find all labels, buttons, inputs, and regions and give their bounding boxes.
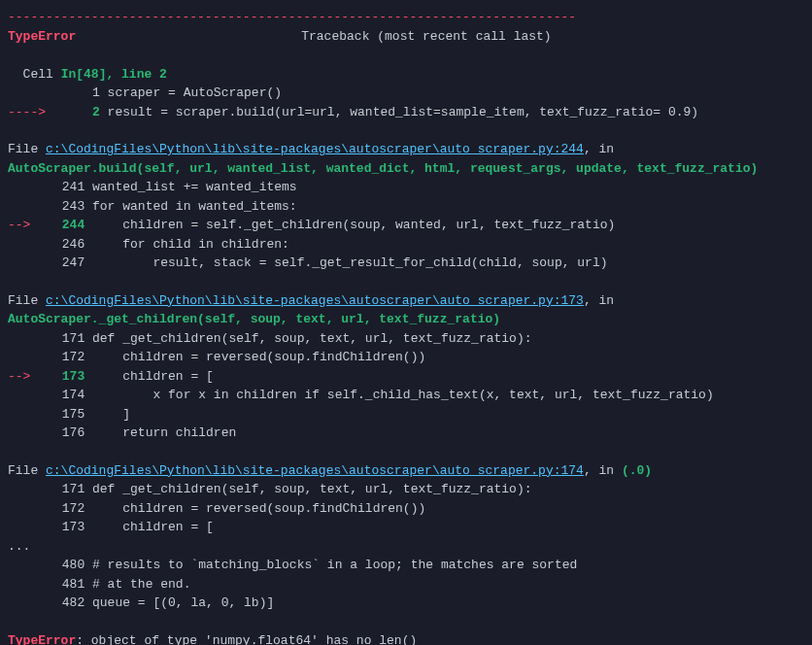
- code-text: queue = [(0, la, 0, lb)]: [85, 595, 274, 610]
- line-number: 171: [38, 329, 85, 349]
- code-line: ----> 2 result = scraper.build(url=url, …: [8, 103, 804, 122]
- code-text: ]: [85, 407, 130, 422]
- line-number: 173: [38, 518, 85, 537]
- code-line: 241 wanted_list += wanted_items: [8, 178, 804, 197]
- code-text: def _get_children(self, soup, text, url,…: [85, 482, 531, 496]
- code-line: 243 for wanted in wanted_items:: [8, 197, 804, 217]
- arrow-indent: [8, 237, 38, 252]
- code-line: 481 # at the end.: [8, 575, 804, 594]
- file-link[interactable]: c:\CodingFiles\Python\lib\site-packages\…: [46, 142, 584, 156]
- code-line: 171 def _get_children(self, soup, text, …: [8, 329, 804, 349]
- arrow-indent: [8, 595, 38, 610]
- line-number: 1: [53, 84, 100, 103]
- arrow-indent: [8, 501, 38, 516]
- signature-text: (.0): [622, 463, 652, 478]
- line-number: 171: [38, 480, 85, 499]
- code-line: 246 for child in children:: [8, 235, 804, 255]
- code-line: 175 ]: [8, 405, 804, 424]
- line-number: 172: [38, 499, 85, 519]
- arrow-indent: [8, 425, 38, 440]
- code-line: 173 children = [: [8, 518, 804, 537]
- line-number: 175: [38, 405, 85, 424]
- code-text: result, stack = self._get_result_for_chi…: [85, 255, 607, 270]
- cell-prefix: Cell: [23, 67, 61, 82]
- code-text: def _get_children(self, soup, text, url,…: [85, 331, 531, 346]
- error-header: TypeError Traceback (most recent call la…: [8, 27, 804, 47]
- arrow-indent: ---->: [8, 105, 53, 119]
- code-text: children = reversed(soup.findChildren()): [85, 501, 425, 516]
- line-number: 174: [38, 386, 85, 405]
- signature: AutoScraper._get_children(self, soup, te…: [8, 310, 804, 329]
- code-text: children = reversed(soup.findChildren()): [85, 350, 425, 364]
- line-number: 482: [38, 594, 85, 613]
- arrow-indent: [8, 482, 38, 496]
- line-number: 246: [38, 235, 85, 255]
- code-line: 171 def _get_children(self, soup, text, …: [8, 480, 804, 499]
- code-line: 482 queue = [(0, la, 0, lb)]: [8, 594, 804, 613]
- code-text: result = scraper.build(url=url, wanted_l…: [100, 105, 698, 119]
- signature-text: AutoScraper._get_children(self, soup, te…: [8, 312, 500, 326]
- code-text: children = [: [85, 520, 214, 534]
- code-line: 172 children = reversed(soup.findChildre…: [8, 348, 804, 367]
- code-text: return children: [85, 425, 236, 440]
- file-link[interactable]: c:\CodingFiles\Python\lib\site-packages\…: [46, 463, 584, 478]
- code-text: # at the end.: [85, 577, 190, 592]
- line-number: 244: [38, 216, 85, 235]
- line-number: 172: [38, 348, 85, 367]
- arrow-indent: [8, 520, 38, 534]
- line-number: 173: [38, 367, 85, 387]
- arrow-indent: [8, 199, 38, 214]
- code-line: 247 result, stack = self._get_result_for…: [8, 254, 804, 273]
- line-number: 2: [53, 103, 100, 122]
- file-prefix: File: [8, 293, 46, 308]
- file-link[interactable]: c:\CodingFiles\Python\lib\site-packages\…: [46, 293, 584, 308]
- arrow-indent: -->: [8, 218, 38, 232]
- file-header: File c:\CodingFiles\Python\lib\site-pack…: [8, 291, 804, 311]
- file-header: File c:\CodingFiles\Python\lib\site-pack…: [8, 461, 804, 481]
- error-message: : object of type 'numpy.float64' has no …: [76, 633, 417, 646]
- code-line: 1 scraper = AutoScraper(): [8, 84, 804, 103]
- code-line: 174 x for x in children if self._child_h…: [8, 386, 804, 405]
- arrow-indent: [8, 407, 38, 422]
- cell-header: Cell In[48], line 2: [8, 46, 804, 84]
- code-text: x for x in children if self._child_has_t…: [85, 388, 714, 402]
- signature: AutoScraper.build(self, url, wanted_list…: [8, 159, 804, 179]
- line-number: 247: [38, 254, 85, 273]
- line-number: 243: [38, 197, 85, 217]
- code-text: children = [: [85, 369, 214, 384]
- file-prefix: File: [8, 142, 46, 156]
- code-text: for wanted in wanted_items:: [85, 199, 296, 214]
- arrow-indent: [8, 85, 53, 100]
- traceback-label: Traceback (most recent call last): [301, 27, 551, 47]
- code-text: for child in children:: [85, 237, 289, 252]
- line-number: 480: [38, 556, 85, 575]
- error-footer: TypeError: object of type 'numpy.float64…: [8, 631, 804, 646]
- in-suffix: , in: [584, 142, 614, 156]
- arrow-indent: [8, 255, 38, 270]
- line-label: line 2: [121, 67, 167, 82]
- separator-line: ----------------------------------------…: [8, 8, 804, 27]
- file-prefix: File: [8, 463, 46, 478]
- in-label: In[48]: [61, 67, 107, 82]
- code-line: --> 173 children = [: [8, 367, 804, 387]
- ellipsis: ...: [8, 537, 804, 557]
- error-type: TypeError: [8, 633, 76, 646]
- arrow-indent: [8, 350, 38, 364]
- ellipsis-text: ...: [8, 539, 30, 554]
- arrow-indent: [8, 577, 38, 592]
- file-header: File c:\CodingFiles\Python\lib\site-pack…: [8, 140, 804, 159]
- error-type: TypeError: [8, 27, 76, 47]
- signature-text: AutoScraper.build(self, url, wanted_list…: [8, 161, 758, 176]
- code-line: 176 return children: [8, 424, 804, 443]
- arrow-indent: [8, 558, 38, 572]
- arrow-indent: [8, 180, 38, 194]
- arrow-indent: [8, 331, 38, 346]
- code-text: children = self._get_children(soup, want…: [85, 218, 615, 232]
- code-line: 172 children = reversed(soup.findChildre…: [8, 499, 804, 519]
- code-line: --> 244 children = self._get_children(so…: [8, 216, 804, 235]
- line-sep: ,: [106, 67, 121, 82]
- in-suffix: , in: [584, 463, 622, 478]
- code-text: scraper = AutoScraper(): [100, 85, 282, 100]
- in-suffix: , in: [584, 293, 614, 308]
- line-number: 241: [38, 178, 85, 197]
